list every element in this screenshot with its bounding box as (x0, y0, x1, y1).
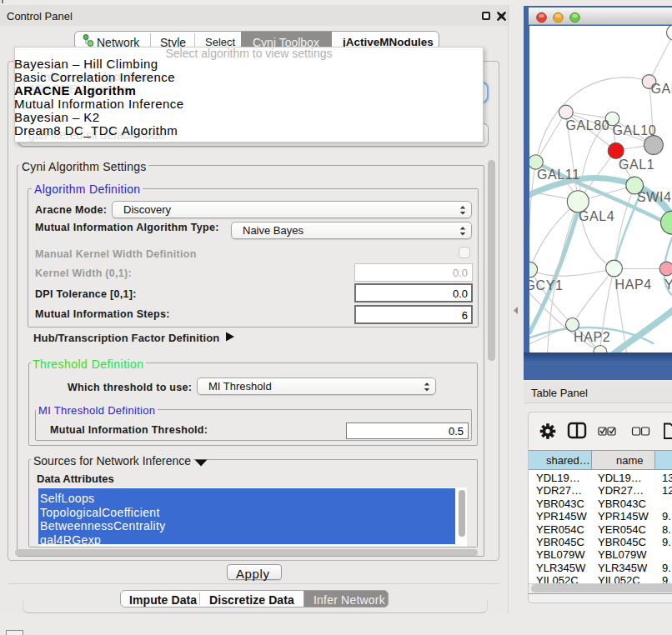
svg-text:GAL4: GAL4 (579, 209, 614, 223)
svg-text:SWI4: SWI4 (637, 190, 672, 204)
svg-text:GAL80: GAL80 (565, 118, 609, 132)
svg-text:GAL10: GAL10 (612, 122, 656, 137)
svg-text:Y: Y (664, 277, 672, 291)
svg-text:HAP4: HAP4 (614, 277, 651, 291)
svg-text:GCY1: GCY1 (529, 278, 563, 292)
svg-text:GAL11: GAL11 (537, 168, 580, 182)
svg-text:GAL7: GAL7 (650, 81, 672, 95)
svg-text:GAL1: GAL1 (619, 158, 654, 172)
svg-text:HAP2: HAP2 (574, 330, 610, 344)
